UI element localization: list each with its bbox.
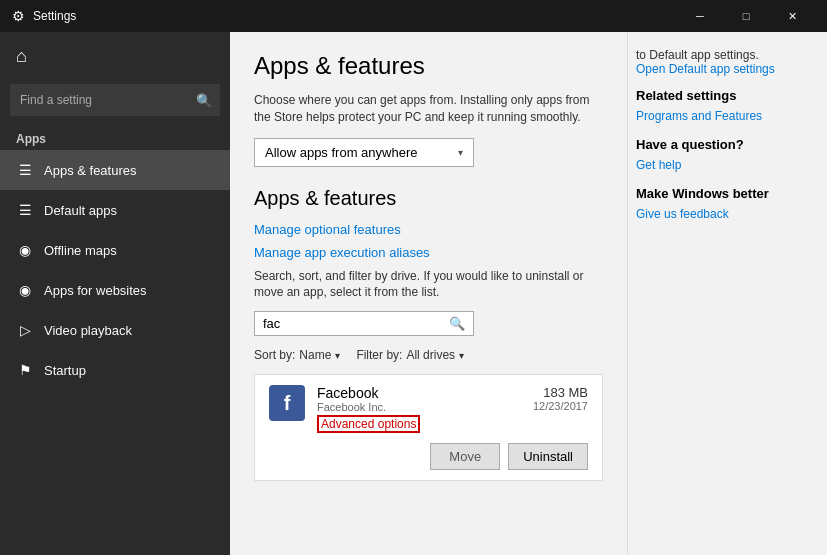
sort-chevron-icon: ▾ xyxy=(335,350,340,361)
sidebar-item-label-startup: Startup xyxy=(44,363,86,378)
main-layout: ⌂ 🔍 Apps ☰ Apps & features ☰ Default app… xyxy=(0,32,827,555)
sidebar-item-apps-features[interactable]: ☰ Apps & features xyxy=(0,150,230,190)
open-default-app-settings-link[interactable]: Open Default app settings xyxy=(636,62,811,76)
sidebar: ⌂ 🔍 Apps ☰ Apps & features ☰ Default app… xyxy=(0,32,230,555)
sidebar-home-button[interactable]: ⌂ xyxy=(0,32,230,80)
filter-by-control[interactable]: Filter by: All drives ▾ xyxy=(356,348,464,362)
title-bar: ⚙ Settings ─ □ ✕ xyxy=(0,0,827,32)
apps-source-dropdown[interactable]: Allow apps from anywhere ▾ xyxy=(254,138,474,167)
sort-by-value: Name xyxy=(299,348,331,362)
make-windows-better-title: Make Windows better xyxy=(636,186,811,201)
sort-by-label: Sort by: xyxy=(254,348,295,362)
uninstall-button[interactable]: Uninstall xyxy=(508,443,588,470)
title-bar-title: Settings xyxy=(33,9,677,23)
startup-icon: ⚑ xyxy=(16,362,34,378)
sidebar-item-label-video-playback: Video playback xyxy=(44,323,132,338)
filter-by-value: All drives xyxy=(406,348,455,362)
app-date: 12/23/2017 xyxy=(533,400,588,412)
sidebar-search-container: 🔍 xyxy=(10,84,220,116)
app-card-header: f Facebook Facebook Inc. Advanced option… xyxy=(269,385,588,433)
app-info: Facebook Facebook Inc. Advanced options xyxy=(317,385,420,433)
default-apps-icon: ☰ xyxy=(16,202,34,218)
settings-icon: ⚙ xyxy=(12,8,25,24)
filter-sort-row: Sort by: Name ▾ Filter by: All drives ▾ xyxy=(254,348,603,362)
facebook-app-icon: f xyxy=(269,385,305,421)
sidebar-section-label: Apps xyxy=(0,124,230,150)
offline-maps-icon: ◉ xyxy=(16,242,34,258)
video-playback-icon: ▷ xyxy=(16,322,34,338)
page-title: Apps & features xyxy=(254,52,603,80)
have-question-section: Have a question? Get help xyxy=(636,137,811,172)
close-button[interactable]: ✕ xyxy=(769,0,815,32)
move-button[interactable]: Move xyxy=(430,443,500,470)
get-help-link[interactable]: Get help xyxy=(636,158,811,172)
advanced-options-link[interactable]: Advanced options xyxy=(317,415,420,433)
sidebar-item-video-playback[interactable]: ▷ Video playback xyxy=(0,310,230,350)
content-area: Apps & features Choose where you can get… xyxy=(230,32,827,555)
sidebar-item-label-apps-features: Apps & features xyxy=(44,163,137,178)
window-controls: ─ □ ✕ xyxy=(677,0,815,32)
app-name: Facebook xyxy=(317,385,420,401)
sidebar-item-default-apps[interactable]: ☰ Default apps xyxy=(0,190,230,230)
app-search-input[interactable] xyxy=(263,316,449,331)
home-icon: ⌂ xyxy=(16,46,27,67)
minimize-button[interactable]: ─ xyxy=(677,0,723,32)
app-search-container: 🔍 xyxy=(254,311,474,336)
dropdown-value: Allow apps from anywhere xyxy=(265,145,417,160)
app-publisher: Facebook Inc. xyxy=(317,401,420,413)
right-panel: to Default app settings. Open Default ap… xyxy=(627,32,827,555)
app-card-facebook: f Facebook Facebook Inc. Advanced option… xyxy=(254,374,603,481)
manage-app-aliases-link[interactable]: Manage app execution aliases xyxy=(254,245,603,260)
search-icon: 🔍 xyxy=(449,316,465,331)
app-size: 183 MB xyxy=(533,385,588,400)
make-windows-better-section: Make Windows better Give us feedback xyxy=(636,186,811,221)
app-size-info: 183 MB 12/23/2017 xyxy=(533,385,588,412)
dropdown-row: Allow apps from anywhere ▾ xyxy=(254,138,603,167)
related-settings-title: Related settings xyxy=(636,88,811,103)
sidebar-item-apps-websites[interactable]: ◉ Apps for websites xyxy=(0,270,230,310)
apps-websites-icon: ◉ xyxy=(16,282,34,298)
related-settings-section: Related settings Programs and Features xyxy=(636,88,811,123)
intro-text: Choose where you can get apps from. Inst… xyxy=(254,92,603,126)
maximize-button[interactable]: □ xyxy=(723,0,769,32)
programs-and-features-link[interactable]: Programs and Features xyxy=(636,109,811,123)
apps-features-icon: ☰ xyxy=(16,162,34,178)
app-card-footer: Move Uninstall xyxy=(269,443,588,470)
sidebar-item-label-offline-maps: Offline maps xyxy=(44,243,117,258)
chevron-down-icon: ▾ xyxy=(458,147,463,158)
right-intro-text: to Default app settings. xyxy=(636,48,759,62)
filter-chevron-icon: ▾ xyxy=(459,350,464,361)
have-question-title: Have a question? xyxy=(636,137,811,152)
search-desc: Search, sort, and filter by drive. If yo… xyxy=(254,268,603,302)
sidebar-item-offline-maps[interactable]: ◉ Offline maps xyxy=(0,230,230,270)
sidebar-item-label-apps-websites: Apps for websites xyxy=(44,283,147,298)
search-icon: 🔍 xyxy=(196,93,212,108)
search-input[interactable] xyxy=(10,84,220,116)
give-feedback-link[interactable]: Give us feedback xyxy=(636,207,811,221)
filter-by-label: Filter by: xyxy=(356,348,402,362)
right-intro: to Default app settings. Open Default ap… xyxy=(636,48,811,76)
sidebar-item-startup[interactable]: ⚑ Startup xyxy=(0,350,230,390)
app-card-left: f Facebook Facebook Inc. Advanced option… xyxy=(269,385,420,433)
manage-optional-features-link[interactable]: Manage optional features xyxy=(254,222,603,237)
sort-by-control[interactable]: Sort by: Name ▾ xyxy=(254,348,340,362)
sidebar-item-label-default-apps: Default apps xyxy=(44,203,117,218)
section-heading: Apps & features xyxy=(254,187,603,210)
main-content: Apps & features Choose where you can get… xyxy=(230,32,627,555)
